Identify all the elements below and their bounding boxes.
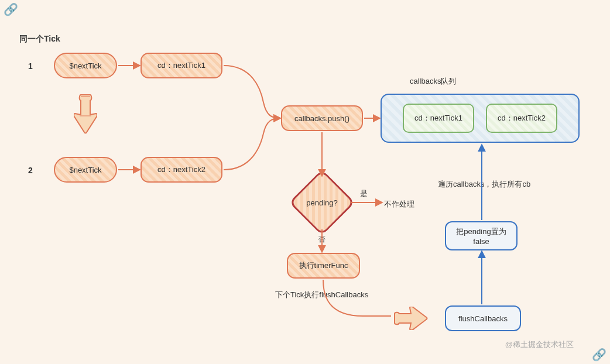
row-number-1: 1 [28, 61, 33, 71]
queue-item-1: cd：nextTick1 [403, 104, 474, 133]
node-flush-callbacks: flushCallbacks [445, 305, 521, 331]
node-callbacks-push: callbacks.push() [281, 105, 363, 131]
label-noop: 不作处理 [384, 199, 414, 210]
label-next-tick-note: 下个Tick执行flushCallbacks [275, 290, 368, 300]
node-nexttick-2: $nextTick [54, 157, 117, 183]
node-cd-1: cd：nextTick1 [140, 53, 222, 78]
node-cd-2: cd：nextTick2 [140, 157, 222, 183]
node-pending-decision: pending? [299, 179, 345, 226]
link-icon: 🔗 [592, 348, 606, 362]
flush-callbacks-label: flushCallbacks [458, 314, 508, 323]
node-callbacks-queue: cd：nextTick1 cd：nextTick2 [381, 94, 580, 143]
label-no: 否 [318, 234, 325, 245]
diagram-title: 同一个Tick [19, 34, 60, 44]
node-nexttick-1: $nextTick [54, 53, 117, 78]
node-set-pending-false: 把pending置为false [445, 221, 518, 250]
label-iterate-note: 遍历callbacks，执行所有cb [438, 179, 530, 190]
pending-label: pending? [299, 179, 345, 226]
set-pending-false-label: 把pending置为false [454, 226, 508, 246]
big-down-arrow-icon [74, 94, 97, 135]
link-icon: 🔗 [4, 2, 18, 16]
watermark: @稀土掘金技术社区 [505, 339, 574, 350]
label-queue-title: callbacks队列 [410, 76, 456, 87]
row-number-2: 2 [28, 166, 33, 175]
node-timerfunc: 执行timerFunc [287, 253, 360, 279]
label-yes: 是 [360, 188, 368, 199]
big-right-arrow-icon [393, 307, 429, 330]
queue-item-2: cd：nextTick2 [486, 104, 557, 133]
